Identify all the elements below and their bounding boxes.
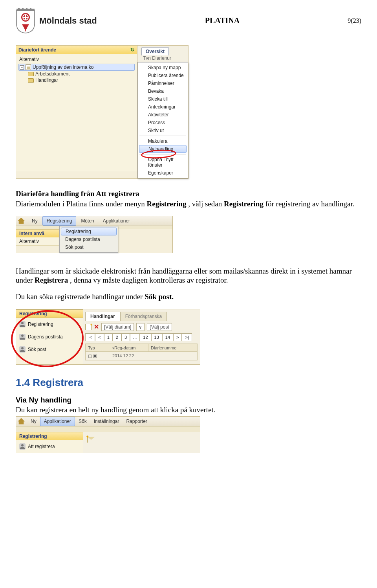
menu-sok[interactable]: Sök — [75, 417, 90, 426]
pager-13[interactable]: 13 — [151, 333, 162, 341]
tab-handlingar[interactable]: Handlingar — [85, 312, 120, 321]
text: Du kan söka registrerade handlingar unde… — [16, 292, 145, 301]
select-post[interactable]: [Välj post — [147, 323, 172, 331]
svg-rect-1 — [18, 8, 20, 9]
menu-separator — [139, 154, 186, 154]
grid-row[interactable]: ▢ ▣ 2014 12 22 — [85, 352, 198, 360]
menu-ny[interactable]: Ny — [28, 217, 42, 225]
text: , denna vy måste dagligen kontrolleras a… — [70, 276, 228, 284]
doc-title: PLATINA — [205, 16, 240, 25]
person-icon — [19, 334, 26, 340]
pager-dots: ... — [130, 333, 140, 341]
pager-first[interactable]: |< — [85, 333, 95, 341]
menu-item-publicera-arende[interactable]: Publicera ärende — [138, 72, 188, 79]
text: Diariemodulen i Platina finns under meny… — [16, 200, 146, 208]
tab-oversikt[interactable]: Översikt — [141, 47, 169, 55]
org-name: Mölndals stad — [39, 16, 97, 26]
screenshot-registrering-panel: Registrering Registrering Dagens postlis… — [16, 309, 200, 365]
menu-item-makulera[interactable]: Makulera — [138, 137, 188, 145]
text: Du kan registrera en helt ny handling ge… — [16, 405, 361, 415]
sidebar-item-registrering[interactable]: Registrering — [16, 318, 83, 331]
menu-item-process[interactable]: Process — [138, 119, 188, 127]
text: för registrering av handlingar. — [265, 200, 355, 208]
org-logo-block: Mölndals stad — [16, 8, 97, 33]
screenshot-registrering-menu: Ny Registrering Möten Applikationer Inte… — [16, 216, 173, 253]
cell-date: 2014 12 22 — [112, 353, 134, 358]
pager-12[interactable]: 12 — [140, 333, 151, 341]
home-icon[interactable] — [18, 418, 25, 424]
folder-icon — [28, 78, 34, 83]
refresh-icon[interactable]: ↻ — [130, 47, 135, 53]
tab-forhandsgranska[interactable]: Förhandsgranska — [120, 312, 167, 321]
pager-last[interactable]: >| — [182, 333, 192, 341]
bold-sok-post: Sök post. — [145, 292, 174, 301]
sidebar-item-label: Registrering — [28, 322, 53, 327]
bold-registrering: Registrering — [146, 200, 186, 208]
menu-item-skriv-ut[interactable]: Skriv ut — [138, 127, 188, 134]
menu-applikationer[interactable]: Applikationer — [99, 217, 134, 225]
page-header: Mölndals stad PLATINA 9(23) — [16, 8, 361, 33]
menu-moten[interactable]: Möten — [77, 217, 98, 225]
bold-registrera: Registrera — [35, 276, 68, 284]
pager-prev[interactable]: < — [95, 333, 104, 341]
text: , välj sedan — [188, 200, 224, 208]
paragraph-via-ny-handling: Via Ny handling Du kan registrera en hel… — [16, 396, 361, 415]
home-icon[interactable] — [18, 218, 25, 224]
tree-item-folder[interactable]: Handlingar — [18, 77, 135, 83]
menu-applikationer[interactable]: Applikationer — [40, 417, 75, 426]
new-document-icon[interactable] — [85, 324, 92, 330]
pager-2[interactable]: 2 — [113, 333, 121, 341]
pager-3[interactable]: 3 — [121, 333, 130, 341]
menu-item-anteckningar[interactable]: Anteckningar — [138, 103, 188, 111]
dropdown-item-registrering[interactable]: Registrering — [61, 228, 117, 235]
folder-icon — [28, 72, 34, 76]
pager-14[interactable]: 14 — [162, 333, 173, 341]
menu-item-skapa-ny-mapp[interactable]: Skapa ny mapp — [138, 64, 188, 72]
menu-item-bevaka[interactable]: Bevaka — [138, 87, 188, 95]
menu-installningar[interactable]: Inställningar — [90, 417, 123, 426]
document-icon — [26, 64, 31, 70]
pager-1[interactable]: 1 — [104, 333, 113, 341]
menu-item-oppna-nytt-fonster[interactable]: Öppna i nytt fönster — [138, 156, 188, 169]
pager-next[interactable]: > — [173, 333, 182, 341]
envelope-new-icon[interactable] — [87, 436, 88, 443]
menu-item-egenskaper[interactable]: Egenskaper — [138, 169, 188, 177]
tree-item-selected[interactable]: − Uppföljning av den interna ko — [18, 64, 135, 71]
tree-item-label: Handlingar — [35, 77, 58, 83]
faint-column-labels: Tvn Diarienur — [137, 55, 188, 62]
col-diarienummer[interactable]: Diarienumme — [148, 344, 197, 351]
subheading-via-ny-handling: Via Ny handling — [16, 396, 361, 404]
dropdown-item-dagens-postlista[interactable]: Dagens postlista — [60, 235, 118, 243]
chevron-down-icon[interactable]: ∨ — [136, 323, 145, 331]
paragraph-sok-post: Du kan söka registrerade handlingar unde… — [16, 292, 361, 301]
screenshot-tree-contextmenu: Diariefört ärende ↻ Alternativ − Uppfölj… — [16, 45, 188, 179]
select-diarium[interactable]: [Välj diarium] — [101, 323, 134, 331]
screenshot-applikationer-menubar: Ny Applikationer Sök Inställningar Rappo… — [16, 416, 200, 453]
sidebar-item-att-registrera[interactable]: Att registrera — [16, 440, 83, 453]
tree-item-folder[interactable]: Arbetsdokument — [18, 71, 135, 77]
menu-ny[interactable]: Ny — [27, 417, 40, 426]
sidebar-item-label: Dagens postlista — [28, 334, 63, 340]
dropdown-item-sok-post[interactable]: Sök post — [60, 243, 118, 251]
row-alternativ[interactable]: Alternativ — [16, 237, 59, 246]
menu-item-skicka-till[interactable]: Skicka till — [138, 95, 188, 103]
col-typ[interactable]: Typ — [86, 344, 109, 351]
paragraph-diariefora: Diarieföra handling från Att registrera … — [16, 189, 361, 209]
tree-item-label: Uppföljning av den interna ko — [33, 64, 93, 70]
menu-item-aktiviteter[interactable]: Aktiviteter — [138, 111, 188, 119]
menu-rapporter[interactable]: Rapporter — [123, 417, 150, 426]
menu-item-paminnelser[interactable]: Påminnelser — [138, 79, 188, 87]
col-reg-datum[interactable]: ▾Reg-datum — [109, 344, 148, 351]
tree-item-label: Arbetsdokument — [35, 71, 70, 77]
menu-registrering[interactable]: Registrering — [42, 216, 77, 226]
sidebar-item-sok-post[interactable]: Sök post — [16, 343, 83, 356]
bold-registrering: Registrering — [224, 200, 264, 208]
menu-item-ny-handling[interactable]: Ny handling — [139, 145, 187, 153]
delete-icon[interactable]: ✕ — [94, 323, 99, 331]
alternativ-label[interactable]: Alternativ — [18, 56, 135, 64]
sidebar-item-dagens-postlista[interactable]: Dagens postlista — [16, 331, 83, 343]
person-icon — [19, 443, 26, 450]
svg-rect-4 — [30, 8, 31, 9]
collapse-icon[interactable]: − — [20, 65, 24, 70]
search-person-icon — [19, 346, 26, 353]
